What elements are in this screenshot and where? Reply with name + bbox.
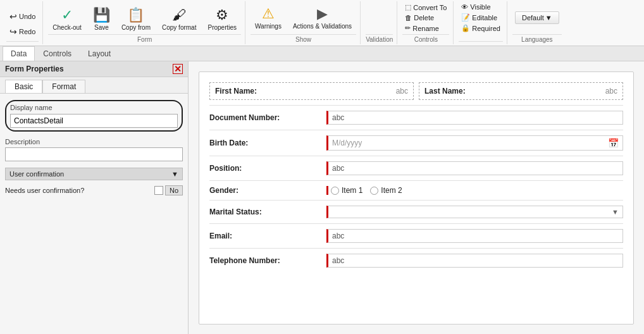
needs-confirmation-row: Needs user confirmation? No <box>5 185 183 195</box>
visible-button[interactable]: 👁 Visible <box>459 3 493 11</box>
checkbox-area: No <box>154 185 183 195</box>
gender-item1-label: Item 1 <box>342 186 362 195</box>
marital-status-label: Marital Status: <box>209 207 326 216</box>
birth-date-label: Birth Date: <box>209 139 326 147</box>
redo-icon: ↪ <box>9 27 17 37</box>
telephone-label: Telephone Number: <box>209 256 326 265</box>
needs-confirmation-checkbox[interactable] <box>154 186 163 195</box>
save-label: Save <box>94 24 109 31</box>
undo-button[interactable]: ↩ Undo <box>6 9 39 23</box>
default-button[interactable]: Default ▼ <box>515 11 559 24</box>
required-icon: 🔒 <box>461 24 470 32</box>
convertto-label: Convert To <box>413 4 447 11</box>
telephone-input[interactable]: abc <box>326 254 623 268</box>
controls-group-label: Controls <box>402 34 449 43</box>
checkout-icon: ✓ <box>61 7 73 23</box>
first-name-cell: First Name: abc <box>209 82 414 100</box>
ribbon-top: ↩ Undo ↪ Redo ✓ Check-out 💾 <box>0 0 644 46</box>
languages-group-label: Languages <box>512 34 562 43</box>
description-section: Description <box>5 138 183 161</box>
redo-button[interactable]: ↪ Redo <box>6 25 39 39</box>
gender-radio2[interactable] <box>370 187 378 195</box>
warnings-button[interactable]: ⚠ Warnings <box>251 4 286 32</box>
user-confirmation-section: User confirmation ▼ Needs user confirmat… <box>5 168 183 195</box>
section-arrow-icon: ▼ <box>171 170 178 178</box>
email-row: Email: abc <box>209 229 623 249</box>
panel-title: Form Properties <box>5 65 64 73</box>
no-label: No <box>165 185 183 195</box>
display-name-label: Display name <box>10 104 178 111</box>
main-layout: Form Properties ✕ Basic Format Display n… <box>0 61 644 334</box>
needs-confirmation-label: Needs user confirmation? <box>5 187 151 194</box>
editable-button[interactable]: 📝 Editable <box>459 13 500 22</box>
telephone-row: Telephone Number: abc <box>209 254 623 273</box>
actions-icon: ▶ <box>317 6 328 22</box>
panel-close-button[interactable]: ✕ <box>173 64 183 74</box>
properties-button[interactable]: ⚙ Properties <box>203 5 241 33</box>
right-content: First Name: abc Last Name: abc Document … <box>189 61 644 334</box>
save-button[interactable]: 💾 Save <box>89 5 115 33</box>
ribbon: ↩ Undo ↪ Redo ✓ Check-out 💾 <box>0 0 644 46</box>
checkout-button[interactable]: ✓ Check-out <box>48 5 86 33</box>
properties-icon: ⚙ <box>216 7 228 23</box>
left-panel: Form Properties ✕ Basic Format Display n… <box>0 61 189 334</box>
calendar-icon[interactable]: 📅 <box>608 138 619 148</box>
panel-tab-format[interactable]: Format <box>42 80 85 93</box>
copyformat-button[interactable]: 🖌 Copy format <box>158 5 201 33</box>
convertto-button[interactable]: ⬚ Convert To <box>402 3 449 12</box>
delete-icon: 🗑 <box>405 14 412 22</box>
gender-radio1[interactable] <box>331 187 339 195</box>
undo-icon: ↩ <box>9 11 17 22</box>
document-number-input[interactable]: abc <box>326 111 623 125</box>
gender-item1[interactable]: Item 1 <box>331 186 362 195</box>
user-confirmation-header[interactable]: User confirmation ▼ <box>5 168 183 180</box>
properties-label: Properties <box>207 24 237 31</box>
tab-layout[interactable]: Layout <box>80 46 119 61</box>
marital-status-arrow-icon: ▼ <box>612 208 619 216</box>
controls-group: ⬚ Convert To 🗑 Delete ✏ Rename Controls <box>399 1 454 44</box>
birth-date-input[interactable]: M/d/yyyy 📅 <box>326 135 623 151</box>
first-name-label: First Name: <box>215 87 257 96</box>
rename-button[interactable]: ✏ Rename <box>402 23 442 33</box>
gender-item2[interactable]: Item 2 <box>370 186 402 195</box>
display-name-input[interactable] <box>10 114 178 128</box>
email-input[interactable]: abc <box>326 229 623 243</box>
gender-radio-group: Item 1 Item 2 <box>326 186 623 195</box>
description-input[interactable] <box>5 147 183 161</box>
copyformat-icon: 🖌 <box>172 7 186 23</box>
tab-bar: Data Controls Layout <box>0 46 644 61</box>
actions-button[interactable]: ▶ Actions & Validations <box>288 4 356 32</box>
panel-tab-basic[interactable]: Basic <box>5 80 42 93</box>
marital-status-select[interactable]: ▼ <box>326 206 623 218</box>
name-row: First Name: abc Last Name: abc <box>209 82 623 106</box>
first-name-value: abc <box>396 87 408 96</box>
delete-button[interactable]: 🗑 Delete <box>402 13 437 22</box>
required-button[interactable]: 🔒 Required <box>459 23 503 33</box>
visible-label: Visible <box>470 3 490 11</box>
last-name-value: abc <box>605 87 617 96</box>
warnings-label: Warnings <box>255 23 282 30</box>
delete-label: Delete <box>414 14 434 22</box>
default-label: Default <box>522 14 544 22</box>
last-name-cell: Last Name: abc <box>419 82 623 100</box>
copyfrom-button[interactable]: 📋 Copy from <box>117 5 155 33</box>
gender-row: Gender: Item 1 Item 2 <box>209 186 623 201</box>
form-group-divider <box>6 41 39 43</box>
tab-data[interactable]: Data <box>3 46 35 61</box>
actions-label: Actions & Validations <box>293 23 352 30</box>
copyfrom-label: Copy from <box>121 24 151 31</box>
convertto-icon: ⬚ <box>405 3 411 11</box>
position-label: Position: <box>209 164 326 173</box>
validation-group: Validation <box>362 1 397 44</box>
undo-redo-group: ↩ Undo ↪ Redo <box>3 1 43 44</box>
undo-label: Undo <box>19 13 35 20</box>
user-confirmation-label: User confirmation <box>9 170 64 178</box>
save-icon: 💾 <box>93 7 110 23</box>
email-label: Email: <box>209 232 326 240</box>
panel-header: Form Properties ✕ <box>0 61 188 77</box>
display-name-section: Display name <box>5 100 183 132</box>
tab-controls[interactable]: Controls <box>35 46 80 61</box>
editable-label: Editable <box>472 14 497 22</box>
position-input[interactable]: abc <box>326 161 623 175</box>
last-name-label: Last Name: <box>424 87 466 96</box>
